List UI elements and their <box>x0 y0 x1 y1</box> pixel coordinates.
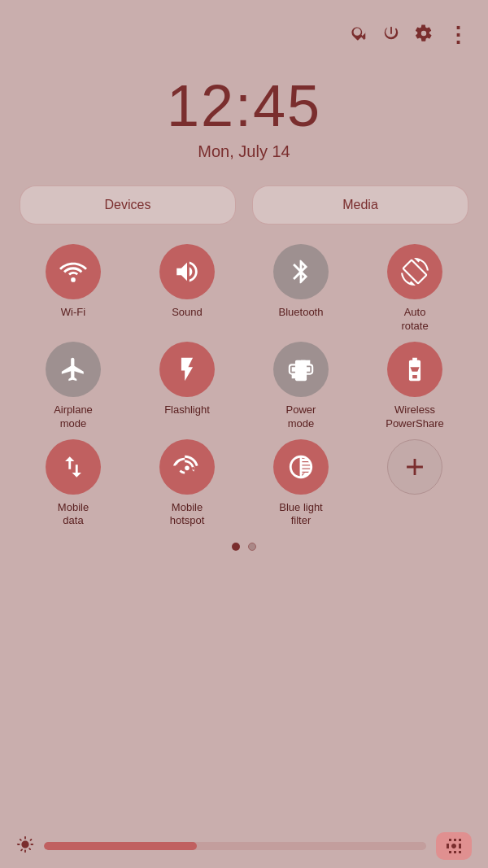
mobiledata-icon-circle <box>46 439 101 495</box>
brightness-track[interactable] <box>44 842 426 850</box>
quick-item-mobiledata[interactable]: Mobiledata <box>16 439 130 529</box>
more-icon[interactable]: ⋮ <box>447 23 468 48</box>
clock-section: 12:45 Mon, July 14 <box>0 72 488 161</box>
devices-tab[interactable]: Devices <box>20 185 236 225</box>
page-dots <box>0 543 488 551</box>
clock-time: 12:45 <box>167 72 321 139</box>
quick-item-wireless[interactable]: WirelessPowerShare <box>358 342 472 431</box>
settings-icon[interactable] <box>415 24 433 47</box>
dot-1[interactable] <box>232 543 240 551</box>
quick-item-hotspot[interactable]: Mobilehotspot <box>130 439 244 529</box>
quick-item-airplane[interactable]: Airplanemode <box>16 342 130 431</box>
brightness-end[interactable] <box>436 832 472 860</box>
airplane-label: Airplanemode <box>54 403 93 431</box>
autorotate-label: Autorotate <box>401 306 428 334</box>
brightness-bar <box>0 824 488 868</box>
airplane-icon-circle <box>46 342 101 397</box>
media-tab[interactable]: Media <box>252 185 468 225</box>
mobiledata-label: Mobiledata <box>58 501 89 529</box>
quick-item-wifi[interactable]: Wi-Fi <box>16 244 130 334</box>
power-icon[interactable] <box>382 24 400 47</box>
tab-buttons: Devices Media <box>20 185 468 225</box>
hotspot-label: Mobilehotspot <box>170 501 205 529</box>
bluetooth-label: Bluetooth <box>279 306 324 320</box>
quick-item-powermode[interactable]: Powermode <box>244 342 358 431</box>
bluetooth-icon-circle <box>273 244 329 299</box>
sound-icon-circle <box>159 244 215 299</box>
brightness-sun-icon <box>16 835 34 857</box>
bluelight-label: Blue lightfilter <box>279 501 322 529</box>
powermode-icon-circle <box>273 342 329 397</box>
flashlight-icon-circle <box>159 342 215 397</box>
quick-item-autorotate[interactable]: Autorotate <box>358 244 472 334</box>
quick-item-add[interactable] <box>358 439 472 529</box>
dot-2[interactable] <box>248 543 256 551</box>
bluelight-icon-circle <box>273 439 329 495</box>
quick-item-bluetooth[interactable]: Bluetooth <box>244 244 358 334</box>
sound-label: Sound <box>172 306 203 320</box>
quick-item-flashlight[interactable]: Flashlight <box>130 342 244 431</box>
wifi-label: Wi-Fi <box>61 306 85 320</box>
search-icon[interactable] <box>350 24 368 47</box>
flashlight-label: Flashlight <box>164 403 210 417</box>
quick-settings-grid: Wi-Fi Sound Bluetooth Autorotate Airplan… <box>0 244 488 528</box>
wifi-icon-circle <box>46 244 101 299</box>
top-bar: ⋮ <box>0 0 488 56</box>
brightness-fill <box>44 842 197 850</box>
autorotate-icon-circle <box>387 244 442 299</box>
quick-item-sound[interactable]: Sound <box>130 244 244 334</box>
wireless-icon-circle <box>387 342 442 397</box>
powermode-label: Powermode <box>286 403 316 431</box>
add-icon-circle <box>387 439 442 495</box>
wireless-label: WirelessPowerShare <box>386 403 444 431</box>
clock-date: Mon, July 14 <box>198 142 290 161</box>
hotspot-icon-circle <box>159 439 215 495</box>
quick-item-bluelight[interactable]: Blue lightfilter <box>244 439 358 529</box>
